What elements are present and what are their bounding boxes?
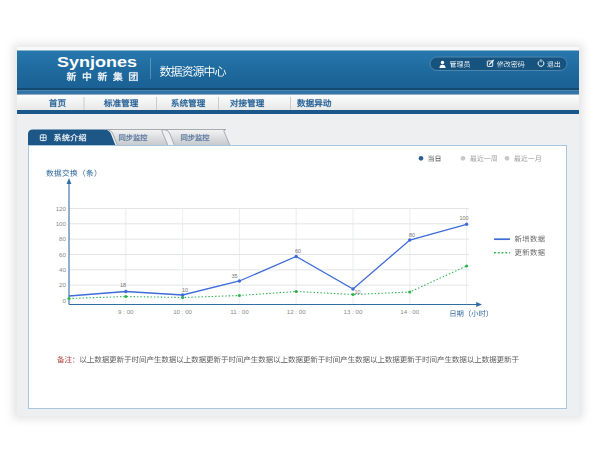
svg-text:11 : 00: 11 : 00 bbox=[230, 308, 249, 315]
svg-text:14 : 00: 14 : 00 bbox=[400, 308, 419, 315]
svg-text:0: 0 bbox=[63, 297, 67, 304]
svg-text:9 : 00: 9 : 00 bbox=[118, 308, 134, 315]
svg-text:100: 100 bbox=[459, 215, 468, 221]
svg-text:80: 80 bbox=[59, 235, 66, 242]
svg-text:10: 10 bbox=[354, 289, 360, 295]
svg-text:35: 35 bbox=[231, 273, 237, 279]
svg-text:12 : 00: 12 : 00 bbox=[287, 308, 306, 315]
svg-text:120: 120 bbox=[56, 205, 67, 212]
svg-text:Synjones: Synjones bbox=[57, 53, 137, 70]
svg-text:100: 100 bbox=[56, 220, 67, 227]
svg-text:60: 60 bbox=[59, 251, 66, 258]
svg-text:10: 10 bbox=[182, 287, 188, 293]
svg-text:20: 20 bbox=[59, 281, 66, 288]
svg-text:60: 60 bbox=[295, 248, 301, 254]
svg-text:40: 40 bbox=[59, 266, 66, 273]
svg-text:10 : 00: 10 : 00 bbox=[173, 308, 192, 315]
svg-text:18: 18 bbox=[120, 282, 126, 288]
svg-text:13 : 00: 13 : 00 bbox=[344, 308, 363, 315]
svg-text:80: 80 bbox=[409, 232, 415, 238]
